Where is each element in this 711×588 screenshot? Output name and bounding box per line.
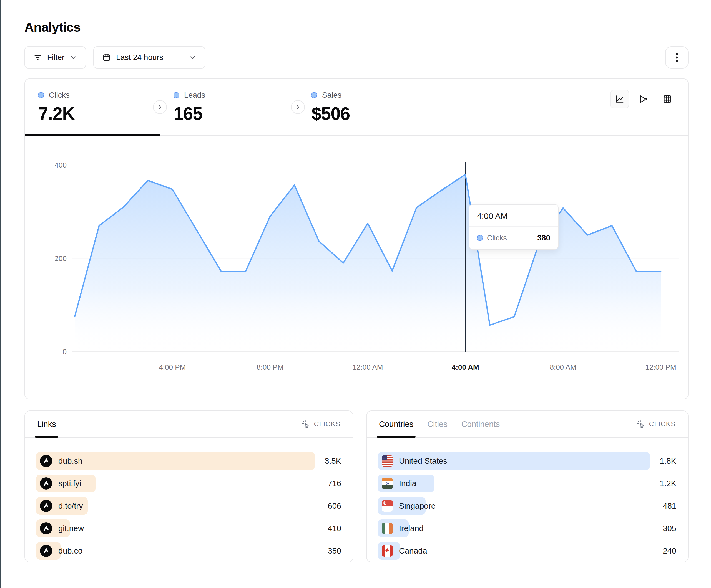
chart-tooltip: 4:00 AM Clicks 380: [469, 204, 559, 250]
links-metric-toggle[interactable]: CLICKS: [302, 420, 341, 428]
flag-sg-icon: [382, 500, 393, 512]
metric-label: CLICKS: [649, 420, 676, 428]
row-content: Ireland: [378, 523, 424, 534]
row-label: d.to/try: [58, 501, 83, 511]
stat-value: $506: [311, 104, 442, 124]
row-content: d.to/try: [36, 500, 83, 512]
dub-logo-icon: [40, 545, 52, 557]
breakdown-panels: Links CLICKS dub.sh3.5Kspti.fyi716d.to/t…: [24, 410, 689, 563]
cursor-click-icon: [637, 420, 645, 428]
row-label: United States: [399, 456, 447, 466]
list-item[interactable]: India1.2K: [378, 475, 676, 492]
row-value: 305: [663, 524, 676, 533]
expand-leads-button[interactable]: [153, 100, 167, 114]
links-list: dub.sh3.5Kspti.fyi716d.to/try606git.new4…: [25, 438, 353, 560]
list-item[interactable]: dub.sh3.5K: [36, 452, 341, 470]
tooltip-value: 380: [537, 233, 550, 243]
row-label: Singapore: [399, 501, 436, 511]
flag-us-icon: [382, 455, 393, 467]
row-content: git.new: [36, 522, 84, 535]
list-item[interactable]: United States1.8K: [378, 452, 676, 470]
chart-type-switcher: [610, 90, 677, 109]
row-label: git.new: [58, 524, 84, 533]
row-content: spti.fyi: [36, 477, 81, 490]
list-item[interactable]: Canada240: [378, 542, 676, 560]
row-value: 410: [328, 524, 341, 533]
row-label: Canada: [399, 546, 427, 556]
clicks-chart-region[interactable]: 02004004:00 PM8:00 PM12:00 AM4:00 AM8:00…: [25, 136, 688, 399]
countries-panel: Countries Cities Continents CLICKS Unite…: [366, 410, 689, 563]
stat-value: 165: [173, 104, 298, 124]
row-value: 716: [328, 479, 341, 488]
row-value: 1.8K: [660, 456, 676, 466]
row-content: India: [378, 478, 416, 489]
tab-leads[interactable]: Leads 165: [159, 79, 298, 135]
row-value: 3.5K: [325, 456, 341, 466]
list-item[interactable]: Ireland305: [378, 520, 676, 537]
tab-cities[interactable]: Cities: [427, 411, 448, 437]
row-content: United States: [378, 455, 447, 467]
line-chart-view-button[interactable]: [610, 90, 629, 109]
chevron-down-icon: [69, 53, 77, 61]
x-tick-label: 4:00 AM: [452, 363, 479, 371]
date-range-label: Last 24 hours: [116, 53, 163, 62]
row-label: dub.sh: [58, 456, 83, 466]
date-range-button[interactable]: Last 24 hours: [93, 46, 206, 68]
tab-continents[interactable]: Continents: [461, 411, 500, 437]
row-content: dub.sh: [36, 455, 83, 467]
filter-label: Filter: [47, 53, 64, 62]
row-value: 350: [328, 546, 341, 556]
links-panel: Links CLICKS dub.sh3.5Kspti.fyi716d.to/t…: [24, 410, 353, 563]
clicks-legend-chip: [38, 92, 44, 98]
x-tick-label: 8:00 PM: [257, 363, 283, 371]
chevron-down-icon: [189, 53, 197, 61]
flag-ie-icon: [382, 523, 393, 534]
tab-links[interactable]: Links: [37, 411, 56, 437]
links-panel-header: Links CLICKS: [25, 411, 353, 438]
funnel-chart-view-button[interactable]: [634, 90, 653, 109]
list-item[interactable]: git.new410: [36, 520, 341, 537]
toolbar: Filter Last 24 hours: [24, 46, 689, 68]
tooltip-series-label: Clicks: [487, 234, 507, 243]
countries-metric-toggle[interactable]: CLICKS: [637, 420, 676, 428]
flag-in-icon: [382, 478, 393, 489]
kebab-menu-icon: [672, 51, 682, 64]
page-title: Analytics: [24, 19, 689, 35]
calendar-icon: [102, 53, 111, 62]
stat-label: Leads: [184, 91, 205, 99]
dub-logo-icon: [40, 455, 52, 467]
row-value: 240: [663, 546, 676, 556]
more-options-button[interactable]: [665, 46, 689, 68]
x-tick-label: 12:00 AM: [352, 363, 383, 371]
dub-logo-icon: [40, 522, 52, 535]
tab-countries[interactable]: Countries: [379, 411, 413, 437]
stat-label: Clicks: [49, 91, 70, 99]
x-tick-label: 12:00 PM: [645, 363, 676, 371]
tab-label: Countries: [379, 420, 413, 429]
row-content: dub.co: [36, 545, 83, 557]
row-label: Ireland: [399, 524, 424, 533]
clicks-area-chart: 02004004:00 PM8:00 PM12:00 AM4:00 AM8:00…: [25, 136, 688, 399]
filter-button[interactable]: Filter: [24, 46, 86, 68]
list-item[interactable]: spti.fyi716: [36, 475, 341, 492]
stat-label: Sales: [322, 91, 342, 99]
list-item[interactable]: d.to/try606: [36, 497, 341, 515]
row-value: 606: [328, 501, 341, 511]
chart-area-fill: [75, 175, 661, 352]
list-item[interactable]: Singapore481: [378, 497, 676, 515]
stats-tabs: Clicks 7.2K Leads 165: [25, 79, 688, 136]
window-edge: [0, 0, 1, 588]
tab-label: Links: [37, 420, 56, 429]
countries-panel-header: Countries Cities Continents CLICKS: [367, 411, 688, 438]
tab-clicks[interactable]: Clicks 7.2K: [25, 79, 159, 135]
expand-sales-button[interactable]: [291, 100, 305, 114]
row-content: Canada: [378, 545, 427, 557]
tab-sales[interactable]: Sales $506: [298, 79, 442, 135]
row-label: spti.fyi: [58, 479, 81, 488]
list-item[interactable]: dub.co350: [36, 542, 341, 560]
metric-label: CLICKS: [314, 420, 341, 428]
table-view-button[interactable]: [658, 90, 677, 109]
row-label: India: [399, 479, 416, 488]
row-label: dub.co: [58, 546, 83, 556]
row-value: 1.2K: [660, 479, 676, 488]
